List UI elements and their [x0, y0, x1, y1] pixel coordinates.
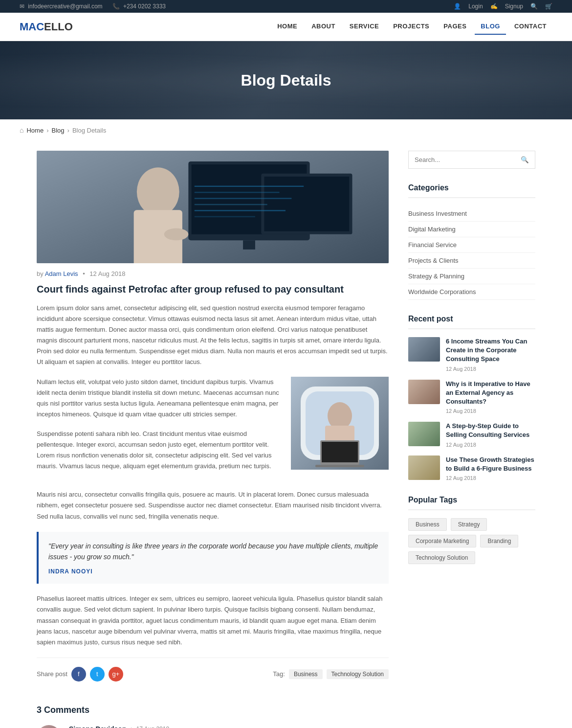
- popular-tags-widget: Popular Tags Business Strategy Corporate…: [408, 496, 535, 564]
- hero-title: Blog Details: [241, 71, 331, 90]
- search-button[interactable]: 🔍: [515, 151, 535, 168]
- category-item-5[interactable]: Strategy & Planning: [408, 269, 535, 284]
- post-by: by: [37, 270, 45, 277]
- logo: MACELLO: [20, 21, 73, 33]
- comment-author: Simona Davidson: [69, 725, 126, 728]
- recent-post-info-3: A Step-by-Step Guide to Selling Consulti…: [446, 422, 535, 447]
- nav-item-contact[interactable]: CONTACT: [508, 19, 552, 35]
- recent-post-2: Why is it Imperative to Have an External…: [408, 380, 535, 414]
- top-bar-right: 👤 Login ✍ Signup 🔍 🛒: [454, 3, 552, 10]
- recent-post-date-3: 12 Aug 2018: [446, 442, 535, 448]
- breadcrumb-blog[interactable]: Blog: [52, 127, 65, 134]
- post-text-3: Suspendisse potenti sahara nibh leo. Cra…: [37, 429, 281, 472]
- googleplus-share-button[interactable]: g+: [109, 667, 123, 682]
- logo-mac: MAC: [20, 21, 44, 33]
- post-text-5: Phasellus laoreet mattis ultrices. Integ…: [37, 593, 389, 647]
- user-icon: 👤: [454, 3, 461, 10]
- svg-point-18: [328, 402, 352, 430]
- category-item-3[interactable]: Financial Service: [408, 237, 535, 253]
- categories-widget: Categories Business Investment Digital M…: [408, 183, 535, 300]
- svg-rect-5: [264, 177, 350, 231]
- post-text-2: Nullam lectus elit, volutpat velo justo …: [37, 377, 281, 420]
- facebook-share-button[interactable]: f: [71, 667, 86, 682]
- twitter-share-button[interactable]: t: [90, 667, 105, 682]
- post-title: Court finds against Petrofac after group…: [37, 282, 389, 296]
- recent-post-title-2[interactable]: Why is it Imperative to Have an External…: [446, 380, 535, 407]
- post-author[interactable]: Adam Levis: [45, 270, 78, 277]
- blockquote-cite: INDRA NOOYI: [48, 568, 93, 575]
- svg-rect-11: [195, 198, 292, 199]
- tag-technology-solution[interactable]: Technology Solution: [408, 551, 475, 564]
- svg-rect-9: [195, 186, 304, 187]
- tag-branding[interactable]: Branding: [480, 535, 518, 547]
- recent-post-image-1: [408, 337, 440, 362]
- post-text-1: Lorem ipsum dolor sans amet, consectetur…: [37, 303, 389, 368]
- breadcrumb-current: Blog Details: [72, 127, 106, 134]
- nav-item-about[interactable]: ABOUT: [306, 19, 341, 35]
- post-tag-technology[interactable]: Technology Solution: [327, 669, 389, 679]
- post-tag-business[interactable]: Business: [289, 669, 323, 679]
- category-item-4[interactable]: Projects & Clients: [408, 253, 535, 269]
- nav-item-service[interactable]: SERVICE: [344, 19, 385, 35]
- home-icon: ⌂: [20, 126, 23, 134]
- breadcrumb-home[interactable]: Home: [26, 127, 44, 134]
- cart-icon[interactable]: 🛒: [545, 3, 552, 10]
- login-link[interactable]: Login: [468, 3, 483, 10]
- nav-item-blog[interactable]: BLOG: [475, 19, 506, 35]
- main-nav: HOME ABOUT SERVICE PROJECTS PAGES BLOG C…: [271, 19, 552, 35]
- category-item-6[interactable]: Worldwide Corporations: [408, 284, 535, 300]
- post-meta: by Adam Levis • 12 Aug 2018: [37, 270, 389, 277]
- comments-title: 3 Comments: [37, 705, 389, 715]
- hero-section: Blog Details: [0, 41, 572, 119]
- svg-point-6: [137, 167, 179, 216]
- category-item-2[interactable]: Digital Marketing: [408, 222, 535, 237]
- top-bar-left: ✉ infodeercreative@gmail.com 📞 +234 0202…: [20, 3, 166, 10]
- phone-info: 📞 +234 0202 3333: [112, 3, 166, 10]
- comment-item: Simona Davidson • 17 Aug 2018 Neque porr…: [37, 725, 389, 728]
- nav-item-projects[interactable]: PROJECTS: [387, 19, 435, 35]
- category-item-1[interactable]: Business Investment: [408, 206, 535, 222]
- share-label: Share post: [37, 670, 67, 678]
- svg-point-8: [164, 228, 189, 240]
- recent-post-title-1[interactable]: 6 Income Streams You Can Create in the C…: [446, 337, 535, 364]
- tag-business[interactable]: Business: [408, 518, 447, 531]
- sidebar: 🔍 Categories Business Investment Digital…: [408, 151, 535, 728]
- category-list: Business Investment Digital Marketing Fi…: [408, 206, 535, 300]
- post-date: 12 Aug 2018: [89, 270, 125, 277]
- phone-icon: 📞: [112, 3, 120, 10]
- svg-rect-22: [315, 465, 364, 467]
- search-input[interactable]: [409, 151, 515, 168]
- svg-rect-10: [195, 192, 280, 193]
- nav-item-pages[interactable]: PAGES: [438, 19, 472, 35]
- tag-strategy[interactable]: Strategy: [451, 518, 487, 531]
- header: MACELLO HOME ABOUT SERVICE PROJECTS PAGE…: [0, 13, 572, 41]
- breadcrumb-sep2: ›: [67, 127, 69, 134]
- signup-link[interactable]: Signup: [505, 3, 523, 10]
- share-left: Share post f t g+: [37, 667, 123, 682]
- post-image-placeholder: [37, 151, 389, 263]
- svg-rect-12: [195, 204, 267, 205]
- recent-posts-widget: Recent post 6 Income Streams You Can Cre…: [408, 315, 535, 481]
- signup-icon: ✍: [490, 3, 498, 10]
- recent-post-title-4[interactable]: Use These Growth Strategies to Build a 6…: [446, 455, 535, 473]
- recent-post-info-1: 6 Income Streams You Can Create in the C…: [446, 337, 535, 372]
- main-container: by Adam Levis • 12 Aug 2018 Court finds …: [17, 141, 555, 728]
- recent-post-image-3: [408, 422, 440, 446]
- popular-tags-title: Popular Tags: [408, 496, 535, 510]
- nav-item-home[interactable]: HOME: [271, 19, 303, 35]
- recent-post-title-3[interactable]: A Step-by-Step Guide to Selling Consulti…: [446, 422, 535, 439]
- recent-post-date-2: 12 Aug 2018: [446, 408, 535, 414]
- recent-posts-title: Recent post: [408, 315, 535, 329]
- search-icon[interactable]: 🔍: [530, 3, 538, 10]
- email-icon: ✉: [20, 3, 24, 10]
- tag-label: Tag:: [273, 670, 285, 678]
- post-image: [37, 151, 389, 263]
- post-middle-image: [291, 377, 389, 470]
- recent-post-date-1: 12 Aug 2018: [446, 366, 535, 372]
- tag-corporate-marketing[interactable]: Corporate Marketing: [408, 535, 476, 547]
- svg-rect-14: [195, 216, 255, 217]
- post-text-4: Mauris nisi arcu, consectetur convallis …: [37, 489, 389, 522]
- email-info: ✉ infodeercreative@gmail.com: [20, 3, 103, 10]
- recent-post-image-2: [408, 380, 440, 404]
- breadcrumb: ⌂ Home › Blog › Blog Details: [20, 126, 552, 134]
